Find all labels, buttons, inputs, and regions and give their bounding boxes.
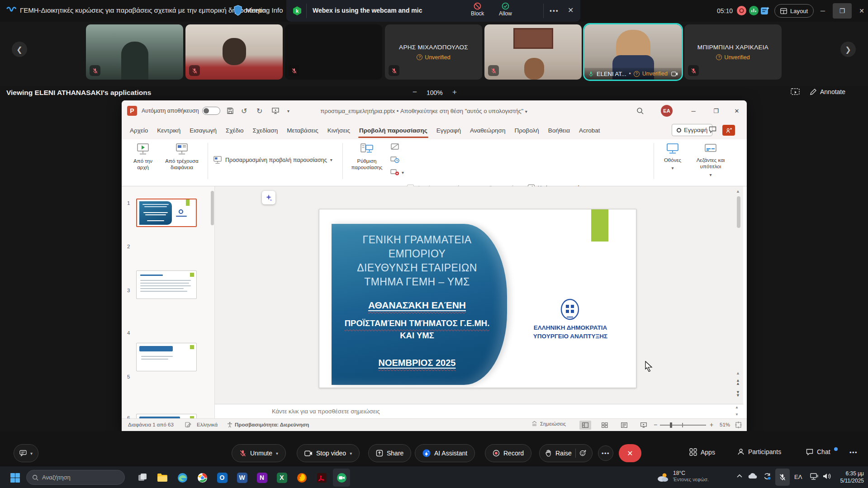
redo-icon[interactable]: ↻: [256, 107, 262, 115]
apps-button[interactable]: Apps: [689, 448, 715, 456]
tab-transitions[interactable]: Μεταβάσεις: [282, 121, 323, 139]
slideshow-view-button[interactable]: [638, 421, 650, 430]
language-status[interactable]: Ελληνικά: [197, 422, 218, 427]
user-avatar[interactable]: EA: [661, 105, 673, 117]
outlook-icon[interactable]: O: [213, 469, 231, 487]
participant-tile-4[interactable]: ΑΡΗΣ ΜΙΧΑΛΌΠΟΥΛΟΣ ?Unverified: [385, 24, 482, 80]
network-icon[interactable]: [810, 473, 819, 481]
rehearse-timings-icon[interactable]: [390, 156, 399, 164]
acrobat-icon[interactable]: [313, 469, 330, 487]
leave-meeting-button[interactable]: ✕: [619, 444, 641, 462]
slide-editor[interactable]: ΓΕΝΙΚΗ ΓΡΑΜΜΑΤΕΙΑ ΕΜΠΟΡΙΟΥ ΔΙΕΥΘΥΝΣΗ ΕΤΑ…: [319, 209, 636, 388]
edge-icon[interactable]: [174, 469, 191, 487]
chrome-icon[interactable]: [194, 469, 211, 487]
panel-more-button[interactable]: •••: [849, 449, 858, 456]
ribbon-record-button[interactable]: Εγγραφή: [672, 124, 712, 136]
onedrive-icon[interactable]: [748, 473, 757, 479]
firefox-icon[interactable]: [293, 469, 310, 487]
custom-slideshow-button[interactable]: Προσαρμοσμένη προβολή παρουσίασης ▾: [213, 156, 332, 164]
connection-stats-icon[interactable]: [749, 6, 759, 15]
window-minimize-button[interactable]: ─: [813, 3, 832, 19]
notes-scroll-down-icon[interactable]: ▼: [735, 412, 739, 417]
language-indicator[interactable]: ΕΛ: [794, 474, 802, 480]
notes-scroll-up-icon[interactable]: ▲: [735, 405, 739, 409]
notes-panel-icon[interactable]: [760, 6, 770, 15]
fit-to-window-icon[interactable]: [735, 422, 742, 428]
annotate-button[interactable]: Annotate: [810, 88, 845, 95]
webex-taskbar-icon-active[interactable]: [333, 469, 350, 487]
ppt-minimize-button[interactable]: ─: [684, 104, 702, 118]
weather-widget[interactable]: 18°C Έντονες νεφώσ.: [673, 470, 709, 482]
setup-slideshow-button[interactable]: Ρύθμιση παρουσίασης: [347, 139, 387, 171]
tab-design[interactable]: Σχέδιο: [221, 121, 248, 139]
raise-hand-button[interactable]: Raise: [539, 444, 593, 462]
autosave-toggle[interactable]: [202, 107, 220, 115]
share-presentation-button[interactable]: [722, 125, 735, 136]
previous-slide-button[interactable]: ▲▲: [736, 379, 740, 385]
task-view-icon[interactable]: [134, 469, 151, 487]
slideshow-quick-icon[interactable]: [272, 107, 279, 114]
slide-thumbnail-3[interactable]: [136, 343, 197, 371]
reading-view-button[interactable]: [618, 421, 630, 430]
share-button[interactable]: Share: [368, 444, 411, 462]
from-current-slide-button[interactable]: Από τρέχουσα διαφάνεια: [160, 139, 204, 171]
canvas-scrollbar[interactable]: [737, 196, 740, 228]
taskbar-search[interactable]: Αναζήτηση: [26, 470, 125, 485]
accessibility-status[interactable]: Προσβασιμότητα: Διερεύνηση: [235, 422, 309, 427]
ppt-close-button[interactable]: ✕: [728, 104, 746, 118]
zoom-out-button[interactable]: −: [654, 421, 657, 428]
start-button[interactable]: [6, 469, 24, 487]
taskbar-clock[interactable]: 6:35 μμ 5/11/2025: [835, 470, 864, 484]
ppt-maximize-button[interactable]: ❐: [707, 104, 725, 118]
record-button[interactable]: Record: [485, 444, 531, 462]
tray-mic-muted-button[interactable]: [775, 469, 790, 486]
notes-toggle-button[interactable]: Σημειώσεις: [531, 421, 566, 427]
tab-slideshow-active[interactable]: Προβολή παρουσίασης: [355, 121, 432, 139]
display-settings-icon[interactable]: [185, 422, 191, 428]
from-beginning-button[interactable]: Από την αρχή: [128, 139, 158, 171]
window-close-button[interactable]: ✕: [852, 3, 868, 19]
comments-icon[interactable]: [709, 126, 716, 133]
tab-help[interactable]: Βοήθεια: [544, 121, 574, 139]
shared-screen-icon[interactable]: [791, 88, 800, 96]
notification-more-button[interactable]: •••: [550, 7, 559, 14]
slide-thumbnail-2[interactable]: [136, 270, 197, 299]
tab-view[interactable]: Προβολή: [510, 121, 543, 139]
normal-view-button[interactable]: [579, 421, 591, 430]
record-slideshow-button[interactable]: ▾: [390, 168, 404, 176]
record-indicator-icon[interactable]: [737, 6, 746, 15]
layout-button[interactable]: Layout: [774, 4, 814, 18]
slide-thumbnail-1-selected[interactable]: [136, 199, 197, 227]
shield-icon[interactable]: [233, 5, 242, 16]
tab-insert[interactable]: Εισαγωγή: [185, 121, 221, 139]
zoom-slider-track[interactable]: [660, 425, 706, 426]
save-icon[interactable]: [227, 107, 234, 114]
strip-prev-button[interactable]: ❮: [12, 42, 27, 57]
tab-home[interactable]: Κεντρική: [152, 121, 185, 139]
next-slide-button[interactable]: ▼▼: [736, 391, 740, 397]
participant-tile-2[interactable]: [185, 24, 283, 80]
thumbnails-scrollbar[interactable]: [211, 191, 214, 225]
participants-button[interactable]: Participants: [737, 448, 781, 455]
designer-button[interactable]: [262, 191, 275, 204]
unmute-button[interactable]: Unmute ▾: [232, 444, 286, 462]
zoom-in-button[interactable]: +: [452, 88, 457, 97]
monitors-button[interactable]: Οθόνες ▾: [658, 139, 687, 171]
slide-thumbnail-4[interactable]: [136, 414, 197, 418]
captions-button[interactable]: ▾: [14, 444, 38, 462]
block-button[interactable]: Block: [471, 2, 484, 17]
hide-slide-icon[interactable]: [390, 143, 399, 151]
notification-close-icon[interactable]: ✕: [568, 6, 574, 14]
chat-button[interactable]: Chat: [806, 448, 838, 455]
tray-expand-icon[interactable]: [736, 474, 743, 478]
onenote-icon[interactable]: N: [253, 469, 270, 487]
ai-assistant-button[interactable]: AI Assistant: [415, 444, 475, 462]
tab-acrobat[interactable]: Acrobat: [574, 121, 605, 139]
word-icon[interactable]: W: [233, 469, 251, 487]
strip-next-button[interactable]: ❯: [840, 42, 856, 57]
tab-draw[interactable]: Σχεδίαση: [248, 121, 283, 139]
canvas-scroll-down-icon[interactable]: ▲: [736, 371, 740, 375]
participant-tile-6-active-speaker[interactable]: ELENI AT... • ? Unverified: [584, 24, 682, 80]
zoom-percentage[interactable]: 51%: [720, 422, 730, 427]
notes-pane[interactable]: Κάντε κλικ για να προσθέσετε σημειώσεις …: [215, 404, 743, 418]
